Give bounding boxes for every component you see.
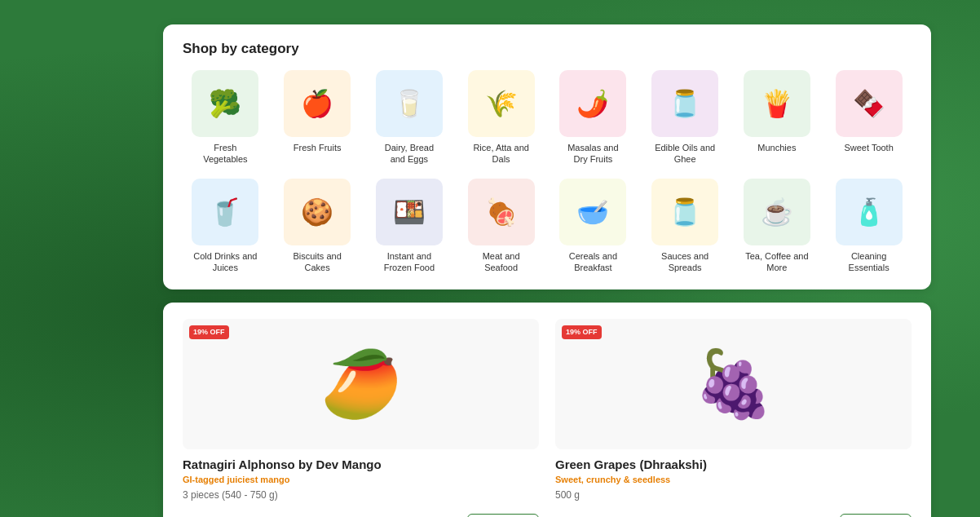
category-label-drinks: Cold Drinks and Juices <box>192 250 258 274</box>
product-footer-grapes: ₹80₹652 options▾ <box>555 514 912 517</box>
product-weight-grapes: 500 g <box>555 489 912 501</box>
category-item-tea[interactable]: ☕Tea, Coffee and More <box>735 179 820 274</box>
category-item-masala[interactable]: 🌶️Masalas and Dry Fruits <box>550 70 636 166</box>
product-name-mango: Ratnagiri Alphonso by Dev Mango <box>183 457 539 471</box>
category-item-drinks[interactable]: 🥤Cold Drinks and Juices <box>183 179 268 274</box>
category-card: Shop by category 🥦Fresh Vegetables🍎Fresh… <box>163 24 931 289</box>
category-grid: 🥦Fresh Vegetables🍎Fresh Fruits🥛Dairy, Br… <box>183 70 912 273</box>
product-item-grapes: 19% OFF🍇Green Grapes (Dhraakshi)Sweet, c… <box>555 319 912 517</box>
category-icon-fresh-fruit: 🍎 <box>301 91 333 117</box>
category-item-sauces[interactable]: 🫙Sauces and Spreads <box>642 179 728 274</box>
category-item-cleaning[interactable]: 🧴Cleaning Essentials <box>826 179 912 274</box>
category-icon-fresh-veg: 🥦 <box>209 91 241 117</box>
category-icon-tea: ☕ <box>761 199 793 225</box>
category-item-sweet[interactable]: 🍫Sweet Tooth <box>826 70 912 166</box>
category-label-cleaning: Cleaning Essentials <box>837 250 902 274</box>
product-name-grapes: Green Grapes (Dhraakshi) <box>555 457 912 471</box>
category-label-fresh-fruit: Fresh Fruits <box>294 142 342 153</box>
category-label-sweet: Sweet Tooth <box>844 142 893 153</box>
category-label-biscuits: Biscuits and Cakes <box>285 250 350 274</box>
category-item-biscuits[interactable]: 🍪Biscuits and Cakes <box>275 179 360 274</box>
main-container: Shop by category 🥦Fresh Vegetables🍎Fresh… <box>163 24 931 517</box>
category-item-fresh-veg[interactable]: 🥦Fresh Vegetables <box>183 70 268 166</box>
product-icon-grapes: 🍇 <box>693 346 775 422</box>
category-icon-cleaning: 🧴 <box>853 199 885 225</box>
product-tag-mango: GI-tagged juiciest mango <box>183 475 539 484</box>
category-icon-sauces: 🫙 <box>669 199 701 225</box>
category-label-frozen: Instant and Frozen Food <box>377 250 442 274</box>
category-item-rice[interactable]: 🌾Rice, Atta and Dals <box>458 70 544 166</box>
category-icon-biscuits: 🍪 <box>301 199 333 225</box>
category-label-rice: Rice, Atta and Dals <box>469 142 534 166</box>
product-icon-mango: 🥭 <box>320 346 402 422</box>
product-image-mango: 19% OFF🥭 <box>183 319 539 449</box>
product-weight-mango: 3 pieces (540 - 750 g) <box>183 489 539 501</box>
category-label-fresh-veg: Fresh Vegetables <box>192 142 258 166</box>
category-label-oils: Edible Oils and Ghee <box>652 142 717 166</box>
category-title: Shop by category <box>183 41 912 57</box>
category-label-masala: Masalas and Dry Fruits <box>560 142 625 166</box>
category-icon-meat: 🍖 <box>485 199 518 225</box>
category-label-sauces: Sauces and Spreads <box>652 250 717 274</box>
category-label-cereals: Cereals and Breakfast <box>560 250 625 274</box>
product-image-grapes: 19% OFF🍇 <box>555 319 912 449</box>
category-icon-munchies: 🍟 <box>761 91 793 117</box>
product-item-mango: 19% OFF🥭Ratnagiri Alphonso by Dev MangoG… <box>183 319 539 517</box>
category-label-tea: Tea, Coffee and More <box>744 250 810 274</box>
category-label-dairy: Dairy, Bread and Eggs <box>377 142 442 166</box>
category-item-cereals[interactable]: 🥣Cereals and Breakfast <box>550 179 636 274</box>
category-icon-sweet: 🍫 <box>853 91 885 117</box>
category-label-munchies: Munchies <box>757 142 796 153</box>
category-icon-dairy: 🥛 <box>393 91 426 117</box>
category-icon-frozen: 🍱 <box>393 199 426 225</box>
category-icon-drinks: 🥤 <box>209 199 241 225</box>
options-button-grapes[interactable]: 2 options▾ <box>840 514 912 517</box>
category-icon-masala: 🌶️ <box>576 91 609 117</box>
product-tag-grapes: Sweet, crunchy & seedless <box>555 475 912 484</box>
category-item-fresh-fruit[interactable]: 🍎Fresh Fruits <box>275 70 360 166</box>
product-footer-mango: ₹600₹5492 options▾ <box>183 514 539 517</box>
discount-badge-grapes: 19% OFF <box>562 325 602 339</box>
category-icon-oils: 🫙 <box>669 91 701 117</box>
category-label-meat: Meat and Seafood <box>469 250 534 274</box>
category-item-munchies[interactable]: 🍟Munchies <box>735 70 820 166</box>
category-icon-rice: 🌾 <box>485 91 518 117</box>
products-card: 19% OFF🥭Ratnagiri Alphonso by Dev MangoG… <box>163 303 931 517</box>
options-button-mango[interactable]: 2 options▾ <box>467 514 539 517</box>
category-item-dairy[interactable]: 🥛Dairy, Bread and Eggs <box>367 70 452 166</box>
category-item-meat[interactable]: 🍖Meat and Seafood <box>458 179 544 274</box>
category-icon-cereals: 🥣 <box>576 199 609 225</box>
category-item-oils[interactable]: 🫙Edible Oils and Ghee <box>642 70 728 166</box>
category-item-frozen[interactable]: 🍱Instant and Frozen Food <box>367 179 452 274</box>
discount-badge-mango: 19% OFF <box>189 325 229 339</box>
